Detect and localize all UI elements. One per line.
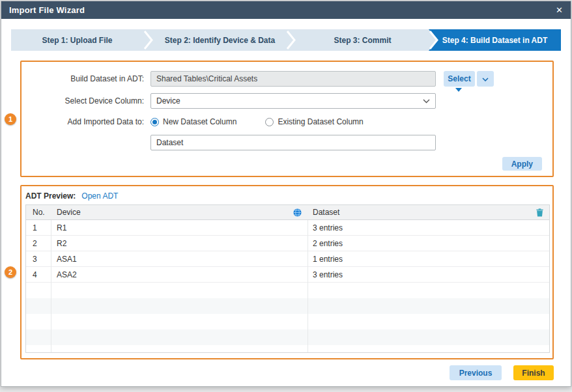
window-title: Import File Wizard (9, 5, 85, 15)
device-column-select[interactable]: Device (150, 93, 436, 109)
build-dataset-form: Build Dataset in ADT: Select Select Devi… (21, 62, 552, 176)
wizard-footer: Previous Finish (450, 365, 554, 380)
add-imported-data-row: Add Imported Data to: New Dataset Column… (21, 115, 547, 128)
cell-no: 3 (26, 251, 51, 266)
existing-dataset-column-radio[interactable] (265, 118, 274, 126)
step-4-build-dataset[interactable]: Step 4: Build Dataset in ADT (429, 29, 561, 51)
title-bar: Import File Wizard ✕ (1, 1, 571, 19)
adt-preview-section: 2 ADT Preview: Open ADT No. Device (20, 185, 554, 359)
cell-device: R2 (51, 236, 307, 251)
build-dataset-row: Build Dataset in ADT: Select (21, 71, 547, 87)
new-dataset-column-radio[interactable] (150, 118, 159, 126)
device-column-row: Select Device Column: Device (21, 93, 547, 109)
new-dataset-column-label: New Dataset Column (163, 117, 236, 126)
select-dropdown-button[interactable] (477, 71, 494, 87)
step-2-identify-device[interactable]: Step 2: Identify Device & Data (154, 29, 286, 51)
open-adt-link[interactable]: Open ADT (81, 191, 118, 201)
annotation-badge-2: 2 (5, 266, 16, 278)
table-empty-area (26, 283, 549, 352)
column-divider (51, 220, 51, 352)
dataset-name-field[interactable] (150, 135, 436, 150)
table-row[interactable]: 3 ASA1 1 entries (26, 251, 549, 267)
previous-button[interactable]: Previous (450, 365, 502, 380)
trash-icon[interactable] (536, 208, 543, 217)
annotation-badge-1: 1 (5, 113, 16, 125)
cell-no: 1 (26, 220, 51, 235)
table-header-row: No. Device Dataset (26, 205, 549, 220)
adt-preview-label: ADT Preview: (25, 191, 76, 201)
step-3-label: Step 3: Commit (334, 36, 391, 45)
step-4-label: Step 4: Build Dataset in ADT (442, 36, 548, 45)
header-dataset: Dataset (307, 205, 549, 219)
adt-preview-header: ADT Preview: Open ADT (21, 186, 552, 204)
chevron-down-icon (423, 96, 430, 105)
device-column-label: Select Device Column: (21, 96, 150, 105)
device-column-value: Device (156, 96, 180, 105)
step-2-label: Step 2: Identify Device & Data (165, 36, 275, 45)
build-dataset-section: 1 Build Dataset in ADT: Select Select De… (20, 61, 554, 177)
step-1-label: Step 1: Upload File (42, 36, 112, 45)
cell-dataset: 3 entries (307, 220, 549, 235)
apply-row: Apply (21, 157, 547, 171)
header-device-label: Device (57, 208, 81, 217)
step-1-upload-file[interactable]: Step 1: Upload File (11, 29, 143, 51)
dataset-name-row (21, 135, 547, 150)
add-imported-data-label: Add Imported Data to: (21, 117, 150, 126)
header-device: Device (51, 205, 307, 219)
chevron-separator-icon (143, 29, 154, 51)
column-divider (307, 220, 308, 352)
cell-device: ASA1 (51, 251, 307, 266)
select-button[interactable]: Select (444, 71, 475, 87)
existing-dataset-column-label: Existing Dataset Column (278, 117, 363, 126)
wizard-step-bar: Step 1: Upload File Step 2: Identify Dev… (11, 29, 561, 51)
table-row[interactable]: 2 R2 2 entries (26, 236, 549, 251)
cell-dataset: 1 entries (307, 251, 549, 266)
cell-device: R1 (51, 220, 307, 235)
import-file-wizard-dialog: Import File Wizard ✕ Step 1: Upload File… (1, 1, 571, 387)
table-row[interactable]: 4 ASA2 3 entries (26, 267, 549, 283)
header-no: No. (26, 205, 51, 219)
globe-icon[interactable] (293, 208, 302, 217)
cell-device: ASA2 (51, 267, 307, 282)
cell-no: 2 (26, 236, 51, 251)
build-dataset-path-field[interactable] (150, 71, 436, 87)
table-row[interactable]: 1 R1 3 entries (26, 220, 549, 236)
cell-dataset: 3 entries (307, 267, 549, 282)
header-dataset-label: Dataset (313, 208, 339, 217)
close-icon[interactable]: ✕ (556, 6, 563, 14)
adt-preview-table: No. Device Dataset (25, 204, 550, 353)
chevron-separator-icon (286, 29, 296, 51)
chevron-down-icon (482, 74, 489, 83)
cell-dataset: 2 entries (307, 236, 549, 251)
cell-no: 4 (26, 267, 51, 282)
apply-button[interactable]: Apply (502, 157, 542, 171)
build-dataset-label: Build Dataset in ADT: (21, 74, 150, 83)
finish-button[interactable]: Finish (513, 365, 554, 380)
select-caret-icon (455, 88, 462, 92)
step-3-commit[interactable]: Step 3: Commit (296, 29, 429, 51)
chevron-separator-icon (429, 29, 439, 51)
